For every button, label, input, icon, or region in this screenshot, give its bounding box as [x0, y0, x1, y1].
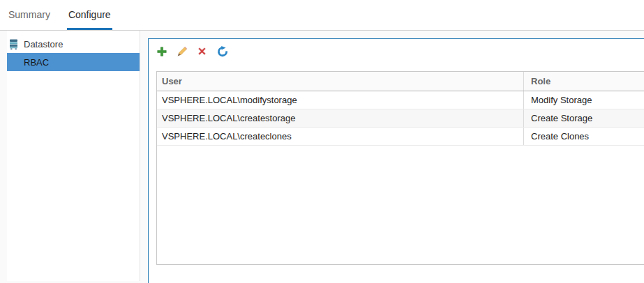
sidebar-item-datastore[interactable]: Datastore — [7, 35, 140, 53]
table-row[interactable]: VSPHERE.LOCAL\createclones Create Clones — [157, 128, 644, 146]
cell-role: Create Storage — [523, 109, 644, 127]
sidebar-item-label: RBAC — [24, 57, 49, 68]
tab-bar: Summary Configure — [0, 0, 644, 31]
datastore-icon — [9, 39, 18, 49]
app-window: Summary Configure Datastore — [0, 0, 644, 283]
add-button[interactable] — [156, 47, 167, 59]
pencil-icon — [177, 46, 188, 60]
cell-role: Create Clones — [523, 128, 644, 145]
cell-user: VSPHERE.LOCAL\createstorage — [157, 109, 523, 127]
edit-button[interactable] — [176, 47, 188, 59]
content-panel: User Role VSPHERE.LOCAL\modifystorage Mo… — [148, 38, 644, 283]
cell-role: Modify Storage — [523, 91, 644, 109]
delete-button[interactable] — [196, 47, 208, 59]
table-header-row: User Role — [157, 72, 644, 91]
refresh-icon — [217, 46, 228, 60]
table-row[interactable]: VSPHERE.LOCAL\createstorage Create Stora… — [157, 109, 644, 128]
table-row[interactable]: VSPHERE.LOCAL\modifystorage Modify Stora… — [157, 91, 644, 109]
plus-icon — [156, 46, 167, 60]
tab-configure[interactable]: Configure — [67, 0, 112, 30]
sidebar-item-rbac[interactable]: RBAC — [7, 53, 140, 71]
column-header-user[interactable]: User — [157, 72, 523, 91]
column-header-role[interactable]: Role — [523, 72, 644, 91]
cell-user: VSPHERE.LOCAL\modifystorage — [157, 91, 523, 109]
sidebar: Datastore RBAC — [7, 31, 140, 281]
toolbar — [156, 47, 228, 59]
refresh-button[interactable] — [216, 47, 228, 59]
cell-user: VSPHERE.LOCAL\createclones — [157, 128, 523, 145]
tab-summary[interactable]: Summary — [7, 0, 52, 30]
page-body: Datastore RBAC — [0, 31, 644, 283]
delete-x-icon — [197, 46, 207, 59]
sidebar-item-label: Datastore — [24, 39, 63, 49]
rbac-table: User Role VSPHERE.LOCAL\modifystorage Mo… — [156, 71, 644, 265]
